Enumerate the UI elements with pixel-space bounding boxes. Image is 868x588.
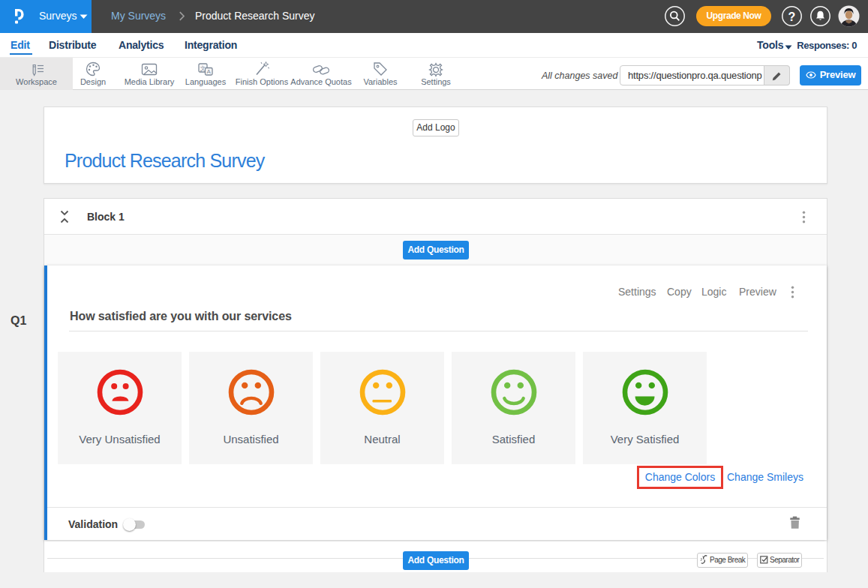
svg-text:?: ?	[788, 10, 796, 23]
svg-text:A: A	[207, 68, 212, 75]
